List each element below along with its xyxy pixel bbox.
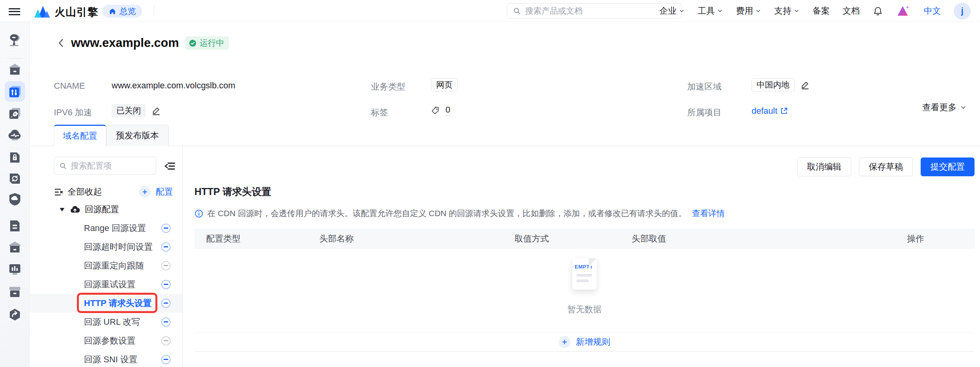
cname-label: CNAME — [54, 81, 85, 91]
top-header: 火山引擎 总览 企业 工具 费用 — [0, 0, 980, 22]
home-icon — [109, 7, 116, 15]
volcengine-logo-icon[interactable] — [33, 4, 52, 18]
tree-items: Range 回源设置 回源超时时间设置 回源重定向跟随 回源重试设置 HTTP … — [30, 219, 182, 367]
ipv6-label: IPV6 加速 — [54, 107, 92, 118]
origin-cloud-icon — [70, 205, 80, 214]
status-label: 运行中 — [200, 38, 224, 48]
user-avatar[interactable]: j — [954, 3, 971, 20]
hamburger-menu-icon[interactable] — [9, 6, 20, 16]
sidebar-item-home[interactable] — [8, 63, 22, 76]
minus-badge-icon[interactable] — [161, 299, 171, 308]
external-link-icon — [780, 107, 788, 115]
minus-badge-icon[interactable] — [161, 261, 171, 270]
add-config-button[interactable] — [139, 186, 151, 198]
chevron-down-icon — [679, 8, 685, 14]
sidebar-item-monitor-stats[interactable] — [8, 263, 22, 276]
tree-item-origin-url-rewrite[interactable]: 回源 URL 改写 — [30, 313, 182, 331]
left-icon-sidebar — [0, 22, 30, 367]
sidebar-item-doc-security[interactable] — [9, 151, 21, 164]
empty-text: 暂无数据 — [567, 304, 602, 315]
tree-item-origin-retry[interactable]: 回源重试设置 — [30, 275, 182, 294]
view-detail-link[interactable]: 查看详情 — [692, 208, 725, 219]
sidebar-item-shield-cloud[interactable] — [8, 192, 21, 206]
collapse-panel-icon[interactable] — [164, 160, 176, 172]
edit-ipv6-icon[interactable] — [151, 106, 161, 116]
header-rule-table: 配置类型 头部名称 取值方式 头部取值 操作 EMPTY 暂无数据 — [194, 229, 975, 352]
submit-config-button[interactable]: 提交配置 — [921, 158, 975, 176]
tree-item-origin-timeout[interactable]: 回源超时时间设置 — [30, 238, 182, 256]
project-link[interactable]: default — [752, 106, 788, 116]
add-rule-row[interactable]: 新增规则 — [194, 332, 975, 352]
add-rule-plus-icon[interactable] — [559, 336, 570, 348]
col-config-type: 配置类型 — [194, 233, 308, 245]
add-config-label[interactable]: 配置 — [156, 186, 173, 198]
ai-assistant-icon[interactable] — [896, 4, 911, 18]
nav-menu-tools[interactable]: 工具 — [698, 5, 723, 17]
tree-item-range-origin[interactable]: Range 回源设置 — [30, 219, 182, 238]
tree-group-origin-config[interactable]: 回源配置 — [30, 201, 182, 218]
header-right-nav: 企业 工具 费用 支持 备案 文档 — [659, 0, 971, 22]
nav-menu-support[interactable]: 支持 — [774, 5, 800, 17]
minus-badge-icon[interactable] — [161, 317, 171, 327]
sidebar-item-storage-home[interactable] — [8, 241, 22, 254]
sidebar-item-hexagon-share[interactable] — [8, 308, 21, 321]
tree-item-origin-params[interactable]: 回源参数设置 — [30, 331, 182, 350]
status-badge: 运行中 — [185, 36, 229, 50]
sidebar-item-cdn-network[interactable] — [7, 33, 22, 47]
tree-item-http-request-header[interactable]: HTTP 请求头设置 — [30, 294, 182, 313]
minus-badge-icon[interactable] — [161, 242, 171, 252]
nav-menu-docs[interactable]: 文档 — [843, 5, 860, 17]
table-empty-body: EMPTY 暂无数据 — [194, 249, 975, 332]
tree-toolbar: 全部收起 配置 — [54, 185, 173, 199]
view-more-button[interactable]: 查看更多 — [922, 102, 967, 113]
edit-region-icon[interactable] — [800, 80, 810, 90]
add-rule-label[interactable]: 新增规则 — [576, 336, 610, 348]
section-title: HTTP 请求头设置 — [194, 185, 271, 198]
sidebar-item-cloud-monitor[interactable] — [7, 129, 22, 142]
info-icon — [194, 209, 203, 218]
tab-pre-release[interactable]: 预发布版本 — [106, 125, 169, 146]
header-divider — [154, 6, 154, 16]
nav-menu-billing[interactable]: 费用 — [736, 5, 761, 17]
minus-badge-icon[interactable] — [161, 280, 171, 289]
caret-down-icon[interactable] — [59, 207, 65, 212]
check-circle-icon — [189, 39, 197, 47]
tree-item-origin-sni[interactable]: 回源 SNI 设置 — [30, 350, 182, 367]
minus-badge-icon[interactable] — [161, 355, 171, 364]
language-switch[interactable]: 中文 — [924, 5, 941, 17]
minus-badge-icon[interactable] — [161, 336, 171, 346]
tag-label: 标签 — [371, 107, 388, 118]
minus-badge-icon[interactable] — [161, 224, 171, 233]
chevron-down-icon — [717, 8, 723, 14]
overview-label: 总览 — [119, 6, 136, 17]
config-action-buttons: 取消编辑 保存草稿 提交配置 — [797, 158, 975, 176]
chevron-down-icon — [960, 104, 967, 111]
config-search-box[interactable] — [54, 157, 156, 175]
sidebar-item-sync-service[interactable] — [8, 172, 21, 185]
back-icon[interactable] — [57, 37, 65, 49]
notification-bell-icon[interactable] — [873, 6, 883, 16]
sidebar-item-cdn-config-active[interactable] — [8, 84, 22, 98]
cancel-edit-button[interactable]: 取消编辑 — [797, 158, 851, 176]
tree-item-redirect-follow[interactable]: 回源重定向跟随 — [30, 256, 182, 275]
nav-menu-enterprise[interactable]: 企业 — [659, 5, 685, 17]
tag-count[interactable]: 0 — [445, 105, 450, 116]
collapse-all-label[interactable]: 全部收起 — [68, 186, 102, 198]
tab-domain-config[interactable]: 域名配置 — [54, 125, 106, 146]
product-search-box[interactable] — [507, 3, 682, 19]
product-search-input[interactable] — [525, 6, 676, 16]
collapse-all-icon[interactable] — [54, 187, 64, 197]
sidebar-item-edge-service[interactable] — [8, 106, 22, 120]
description-text: 在 CDN 回源时，会透传用户的请求头。该配置允许您自定义 CDN 的回源请求头… — [207, 208, 686, 219]
nav-menu-icp[interactable]: 备案 — [813, 5, 830, 17]
sidebar-item-document[interactable] — [9, 219, 21, 233]
save-draft-button[interactable]: 保存草稿 — [859, 158, 913, 176]
chevron-down-icon — [755, 8, 761, 14]
overview-button[interactable]: 总览 — [102, 5, 142, 18]
table-header-row: 配置类型 头部名称 取值方式 头部取值 操作 — [194, 229, 975, 249]
config-search-input[interactable] — [71, 161, 137, 170]
sidebar-item-archive-box[interactable] — [8, 286, 22, 298]
app-root: 火山引擎 总览 企业 工具 费用 — [0, 0, 980, 367]
tab-strip: 域名配置 预发布版本 — [30, 125, 980, 146]
search-icon — [513, 7, 521, 15]
